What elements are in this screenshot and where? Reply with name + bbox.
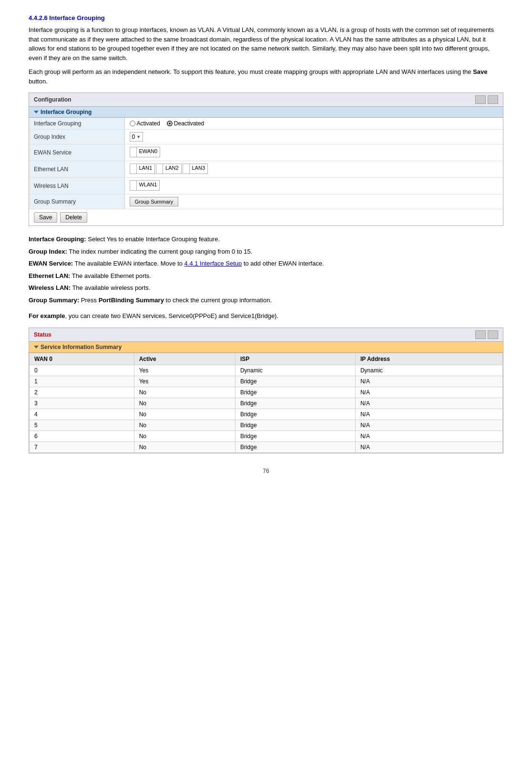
intro-para2-pre: Each group will perform as an independen… <box>29 68 473 75</box>
table-row: 7NoBridgeN/A <box>30 441 503 452</box>
table-cell: Bridge <box>235 441 355 452</box>
table-cell: 3 <box>30 398 134 409</box>
table-cell: Bridge <box>235 387 355 398</box>
col-ip: IP Address <box>355 353 502 365</box>
desc-ig-text: Select Yes to enable Interface Grouping … <box>86 236 220 243</box>
desc-wl-text: The available wireless ports. <box>71 284 150 291</box>
table-row: 5NoBridgeN/A <box>30 420 503 431</box>
status-inner-title: Service Information Summary <box>41 344 122 350</box>
table-cell: N/A <box>355 420 502 431</box>
save-button[interactable]: Save <box>34 212 57 223</box>
table-cell: Bridge <box>235 398 355 409</box>
descriptions: Interface Grouping: Select Yes to enable… <box>29 235 503 305</box>
lan3-label: LAN3 <box>190 164 208 174</box>
ewan-label: EWAN0 <box>137 147 160 157</box>
lan1-label: LAN1 <box>137 164 155 174</box>
status-icon2 <box>488 330 498 339</box>
delete-button[interactable]: Delete <box>60 212 87 223</box>
table-cell: No <box>134 420 235 431</box>
group-summary-button[interactable]: Group Summary <box>130 197 179 206</box>
label-ewan-service: EWAN Service <box>29 144 124 161</box>
intro-para2-post: button. <box>29 78 48 85</box>
col-active: Active <box>134 353 235 365</box>
row-group-index: Group Index 0 ▼ <box>29 130 503 144</box>
label-group-summary: Group Summary <box>29 195 124 209</box>
lan2-unit: LAN2 <box>156 164 182 174</box>
config-box: Configuration Interface Grouping Interfa… <box>29 92 503 226</box>
lan2-checkbox[interactable] <box>156 164 163 174</box>
table-cell: Dynamic <box>355 365 502 376</box>
group-index-value: 0 <box>132 133 135 140</box>
lan-checkbox-group: LAN1 LAN2 LAN3 <box>130 164 208 174</box>
table-cell: Yes <box>134 365 235 376</box>
row-interface-grouping: Interface Grouping Activated Deactivated <box>29 118 503 130</box>
wlan1-unit: WLAN1 <box>130 180 160 191</box>
table-row: 6NoBridgeN/A <box>30 431 503 441</box>
lan2-label: LAN2 <box>163 164 181 174</box>
group-index-select[interactable]: 0 ▼ <box>130 132 143 142</box>
config-box-header: Configuration <box>29 93 503 107</box>
radio-deactivated[interactable]: Deactivated <box>167 120 204 127</box>
radio-deactivated-circle <box>167 121 173 126</box>
desc-gs-bold: PortBinding Summary <box>99 297 164 304</box>
label-interface-grouping: Interface Grouping <box>29 118 124 130</box>
status-header-icons <box>475 330 498 339</box>
row-ethernet-lan: Ethernet LAN LAN1 LAN2 LAN3 <box>29 161 503 178</box>
desc-wl-title: Wireless LAN: <box>29 284 71 291</box>
ewan-checkbox[interactable] <box>130 147 137 157</box>
example-rest: , you can create two EWAN services, Serv… <box>65 312 278 319</box>
intro-para2-bold: Save <box>473 68 487 75</box>
table-cell: 0 <box>30 365 134 376</box>
table-cell: N/A <box>355 441 502 452</box>
col-wan0: WAN 0 <box>30 353 134 365</box>
desc-wireless-lan: Wireless LAN: The available wireless por… <box>29 283 503 293</box>
value-interface-grouping: Activated Deactivated <box>124 118 503 130</box>
table-cell: Bridge <box>235 431 355 441</box>
radio-deactivated-label: Deactivated <box>174 120 204 127</box>
header-icons <box>475 95 498 104</box>
desc-ewan-post: to add other EWAN interface. <box>242 260 324 267</box>
status-table: WAN 0 Active ISP IP Address 0YesDynamicD… <box>29 353 503 453</box>
page-footer: 76 <box>29 468 503 474</box>
desc-gi-text: The index number indicating the current … <box>67 248 253 255</box>
section-heading: 4.4.2.6 Interface Grouping <box>29 14 503 21</box>
table-cell: N/A <box>355 409 502 420</box>
table-cell: N/A <box>355 431 502 441</box>
lan3-checkbox[interactable] <box>183 164 190 174</box>
label-ethernet-lan: Ethernet LAN <box>29 161 124 178</box>
value-ewan-service: EWAN0 <box>124 144 503 161</box>
table-cell: No <box>134 409 235 420</box>
table-cell: No <box>134 431 235 441</box>
select-arrow-icon: ▼ <box>136 134 141 139</box>
desc-gs-post: to check the current group information. <box>164 297 272 304</box>
row-group-summary: Group Summary Group Summary <box>29 195 503 209</box>
table-row: 3NoBridgeN/A <box>30 398 503 409</box>
config-form-table: Interface Grouping Activated Deactivated… <box>29 118 503 209</box>
table-row: 1YesBridgeN/A <box>30 376 503 387</box>
lan1-checkbox[interactable] <box>130 164 137 174</box>
table-cell: Bridge <box>235 409 355 420</box>
desc-ewan-pre: The available EWAN interface. Move to <box>73 260 184 267</box>
label-wireless-lan: Wireless LAN <box>29 178 124 195</box>
page-number: 76 <box>263 468 269 474</box>
status-inner-header: Service Information Summary <box>29 342 503 353</box>
col-isp: ISP <box>235 353 355 365</box>
ewan-service-link[interactable]: 4.4.1 Interface Setup <box>184 260 242 267</box>
table-cell: N/A <box>355 398 502 409</box>
row-ewan-service: EWAN Service EWAN0 <box>29 144 503 161</box>
desc-ig-title: Interface Grouping: <box>29 236 86 243</box>
desc-ewan-service: EWAN Service: The available EWAN interfa… <box>29 259 503 268</box>
radio-activated[interactable]: Activated <box>130 120 160 127</box>
table-row: 2NoBridgeN/A <box>30 387 503 398</box>
config-inner-header: Interface Grouping <box>29 107 503 118</box>
desc-ewan-title: EWAN Service: <box>29 260 73 267</box>
status-box-header: Status <box>29 328 503 342</box>
radio-activated-label: Activated <box>137 120 160 127</box>
icon1 <box>475 95 486 104</box>
desc-gs-pre: Press <box>79 297 98 304</box>
wlan1-checkbox[interactable] <box>130 181 137 190</box>
table-header-row: WAN 0 Active ISP IP Address <box>30 353 503 365</box>
table-cell: No <box>134 387 235 398</box>
status-box: Status Service Information Summary WAN 0… <box>29 328 503 453</box>
table-cell: Bridge <box>235 420 355 431</box>
